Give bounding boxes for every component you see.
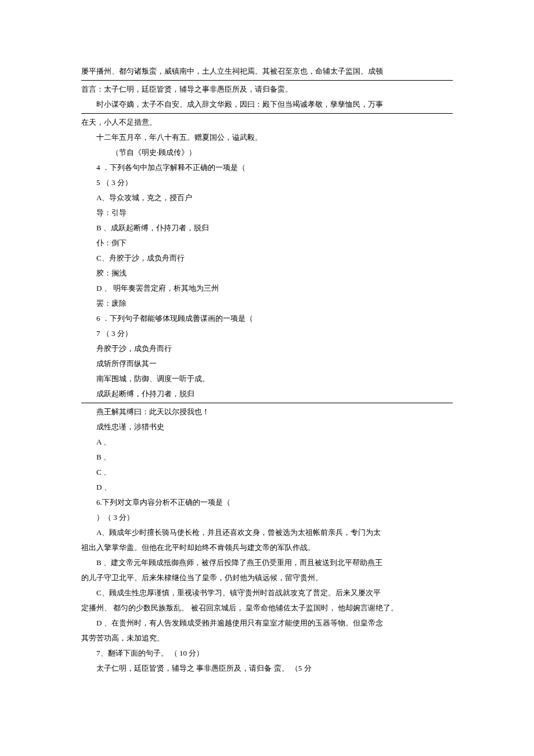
option-line: A 、 <box>81 435 453 450</box>
text-line: 首言：太子仁明，廷臣皆贤，辅导之事非愚臣所及，请归备蛮。 <box>81 82 453 97</box>
horizontal-rule <box>81 80 453 81</box>
option-line: C、顾成生性忠厚谨慎，重视读书学习。镇守贵州时首战就攻克了普定。后来又屡次平 <box>81 585 453 601</box>
text-line: 南军围城，防御、调度一听于成。 <box>81 371 453 386</box>
question-line: 6 ．下列句子都能够体现顾成善谋画的一项是（ <box>81 311 453 326</box>
text-line: 仆：倒下 <box>81 236 453 251</box>
text-line: 舟胶于沙，成负舟而行 <box>81 341 453 356</box>
text-line: 燕王解其缚曰：此天以尔授我也！ <box>81 404 453 419</box>
question-line: 5 （ 3 分） <box>81 175 453 190</box>
option-line: B 、 <box>81 450 453 465</box>
text-line: 时小谋夺嫡，太子不自安。成入辞文华殿，因曰：殿下但当竭诚孝敬，孳孳恤民，万事 <box>81 97 453 112</box>
option-line: D 、 明年奏罢普定府，析其地为三州 <box>81 281 453 296</box>
question-line: 6.下列对文章内容分析不正确的一项是（ <box>81 495 453 510</box>
option-line: B 、建文帝元年顾成抵御燕师，被俘后投降了燕王仍受重用，而且被送到北平帮助燕王 <box>81 555 453 570</box>
text-line: 十二年五月卒，年八十有五。赠夏国公，谥武毅。 <box>81 130 453 145</box>
text-line: 其劳苦功高，未加追究。 <box>81 631 453 646</box>
question-line: 7、翻译下面的句子。 （ 10 分） <box>81 646 453 661</box>
text-line: 罢：废除 <box>81 296 453 311</box>
horizontal-rule <box>81 113 453 114</box>
text-line: 导：引导 <box>81 205 453 220</box>
text-line: 的儿子守卫北平。后来朱棣继位当了皇帝，仍封他为镇远候，留守贵州。 <box>81 570 453 585</box>
text-line: 定播州、 都匀的少数民族叛乱。 被召回京城后， 皇帝命他辅佐太子监国时， 他却婉… <box>81 601 453 616</box>
option-line: D 、在贵州时，有人告发顾成受贿并逾越使用只有皇室才能使用的玉器等物。但皇帝念 <box>81 616 453 631</box>
text-line: 祖出入擎掌华盖。但他在北平时却始终不肯领兵与建文帝的军队作战。 <box>81 540 453 555</box>
text-line: 太子仁明，廷臣皆贤，辅导之 事非愚臣所及，请归备 蛮。 （5 分 <box>81 661 453 676</box>
option-line: A、导众攻城，克之，授百户 <box>81 190 453 205</box>
text-line: 成性忠谨，涉猎书史 <box>81 419 453 435</box>
text-line: （节自《明史·顾成传》） <box>81 145 453 160</box>
text-line: 在天，小人不足措意。 <box>81 115 453 130</box>
text-line: 胶：搁浅 <box>81 266 453 281</box>
option-line: C 、 <box>81 465 453 480</box>
question-line: 7 （ 3 分） <box>81 326 453 341</box>
question-line: ）（ 3 分） <box>81 510 453 525</box>
option-line: A、顾成年少时擅长骑马使长枪，并且还喜欢文身，曾被选为太祖帐前亲兵，专门为太 <box>81 525 453 540</box>
text-line: 成斩所俘而纵其一 <box>81 356 453 371</box>
text-line: 成跃起断缚，仆持刀者，脱归 <box>81 386 453 401</box>
option-line: B 、成跃起断缚，仆持刀者，脱归 <box>81 220 453 236</box>
option-line: D 、 <box>81 480 453 495</box>
option-line: C、舟胶于沙，成负舟而行 <box>81 251 453 266</box>
question-line: 4 ．下列各句中加点字解释不正确的一项是（ <box>81 160 453 175</box>
horizontal-rule <box>81 403 453 403</box>
text-line: 屡平播州、都匀诸叛蛮，威镇南中，土人立生祠祀焉。其被召至京也，命辅太子监国。成顿 <box>81 64 453 79</box>
